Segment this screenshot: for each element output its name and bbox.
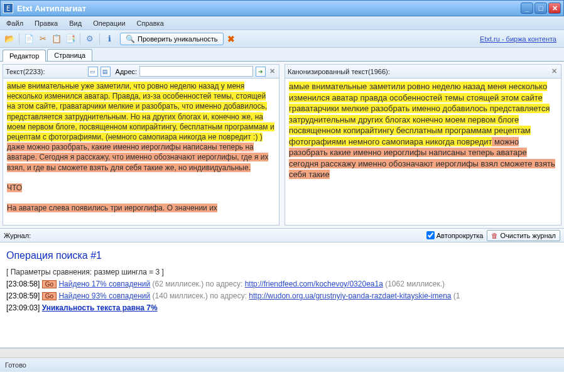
- info-icon[interactable]: ℹ: [104, 33, 115, 45]
- timestamp: [23:08:59]: [6, 291, 40, 300]
- horizontal-scrollbar[interactable]: [0, 348, 564, 358]
- status-text: Готово: [5, 361, 26, 369]
- go-button[interactable]: Go: [42, 280, 57, 288]
- highlight-orange: ЧТО: [7, 183, 22, 192]
- journal-label: Журнал:: [4, 232, 31, 239]
- right-pane-header: Канонизированный текст(1966): ✕: [285, 65, 561, 79]
- menubar: Файл Правка Вид Операции Справка: [0, 16, 564, 30]
- by-address: по адресу:: [208, 291, 249, 300]
- journal-uniqueness-row: [23:09:03] Уникальность текста равна 7%: [6, 302, 558, 314]
- highlight-orange: даже можно разобрать, какие именно иерог…: [7, 143, 268, 172]
- clear-journal-button[interactable]: 🗑 Очистить журнал: [487, 230, 560, 241]
- toolbar: 📂 📄 ✂ 📋 📑 ⚙ ℹ 🔍 Проверить уникальность ✖…: [0, 30, 564, 48]
- minimize-button[interactable]: _: [521, 3, 533, 14]
- copy-icon[interactable]: 📋: [51, 33, 62, 45]
- autoscroll-input[interactable]: [426, 231, 435, 239]
- duration: (62 миллисек.): [153, 280, 204, 288]
- source-text-area[interactable]: амые внимательные уже заметили, что ровн…: [3, 79, 279, 225]
- uniqueness-result: Уникальность текста равна 7%: [42, 303, 158, 312]
- left-pane-header: Текст(2233): ▭ ▤ Адрес: ➔ ✕: [3, 65, 279, 79]
- url-link[interactable]: http://wudon.org.ua/grustnyiy-panda-razd…: [249, 291, 451, 300]
- autoscroll-checkbox[interactable]: Автопрокрутка: [426, 231, 484, 239]
- close-pane-icon[interactable]: ✕: [550, 67, 558, 75]
- paste-icon[interactable]: 📑: [65, 33, 76, 45]
- canon-text-label: Канонизированный текст(1966):: [288, 68, 390, 75]
- highlight-orange: На аватаре слева появились три иероглифа…: [7, 204, 217, 212]
- separator: [80, 33, 80, 45]
- journal-header: Журнал: Автопрокрутка 🗑 Очистить журнал: [0, 229, 564, 242]
- canon-text-area[interactable]: амые внимательные заметили ровно неделю …: [285, 79, 561, 225]
- check-label: Проверить уникальность: [138, 35, 218, 43]
- operation-params: [ Параметры сравнения: размер шингла = 3…: [6, 266, 558, 278]
- highlight-yellow: амые внимательные уже заметили, что ровн…: [7, 82, 274, 141]
- go-button[interactable]: Go: [42, 292, 57, 300]
- view-mode-2-button[interactable]: ▤: [100, 67, 111, 77]
- address-label: Адрес:: [116, 68, 138, 75]
- new-icon[interactable]: 📄: [23, 33, 35, 45]
- left-pane: Текст(2233): ▭ ▤ Адрес: ➔ ✕ амые внимате…: [3, 64, 279, 226]
- url-link[interactable]: http://friendfeed.com/kochevoy/0320ea1a: [245, 280, 383, 288]
- clear-label: Очистить журнал: [500, 232, 556, 239]
- journal-row: [23:08:59] Go Найдено 93% совпадений (14…: [6, 290, 558, 302]
- menu-help[interactable]: Справка: [137, 19, 164, 27]
- menu-operations[interactable]: Операции: [93, 19, 125, 27]
- right-pane: Канонизированный текст(1966): ✕ амые вни…: [285, 64, 561, 226]
- tail-duration: (1062 миллисек.): [383, 280, 445, 288]
- separator: [19, 33, 19, 45]
- main-split: Текст(2233): ▭ ▤ Адрес: ➔ ✕ амые внимате…: [0, 62, 564, 229]
- window-controls: _ □ ✕: [521, 3, 561, 14]
- operation-title: Операция поиска #1: [6, 248, 558, 264]
- app-icon: E: [3, 3, 13, 13]
- cancel-check-icon[interactable]: ✖: [227, 34, 235, 44]
- duration: (140 миллисек.): [153, 291, 208, 300]
- settings-icon[interactable]: ⚙: [84, 33, 95, 45]
- tab-editor[interactable]: Редактор: [3, 50, 46, 62]
- titlebar: E Etxt Антиплагиат _ □ ✕: [0, 0, 564, 16]
- status-bar: Готово: [0, 358, 564, 372]
- clear-icon: 🗑: [491, 232, 498, 239]
- timestamp: [23:08:58]: [6, 280, 40, 288]
- go-address-button[interactable]: ➔: [256, 67, 266, 77]
- match-link[interactable]: Найдено 17% совпадений: [58, 280, 150, 288]
- close-button[interactable]: ✕: [548, 3, 561, 14]
- menu-view[interactable]: Вид: [69, 19, 82, 27]
- etxt-link[interactable]: Etxt.ru - биржа контента: [480, 35, 556, 43]
- tail-duration: (1: [452, 291, 460, 300]
- timestamp: [23:09:03]: [6, 303, 40, 312]
- menu-file[interactable]: Файл: [6, 19, 23, 27]
- maximize-button[interactable]: □: [534, 3, 547, 14]
- search-icon: 🔍: [126, 35, 135, 43]
- view-mode-1-button[interactable]: ▭: [88, 67, 98, 77]
- by-address: по адресу:: [203, 280, 245, 288]
- check-uniqueness-button[interactable]: 🔍 Проверить уникальность: [120, 33, 224, 45]
- tabs: Редактор Страница: [0, 48, 564, 62]
- close-pane-icon[interactable]: ✕: [268, 67, 276, 75]
- menu-edit[interactable]: Правка: [35, 19, 58, 27]
- match-link[interactable]: Найдено 93% совпадений: [58, 291, 150, 300]
- journal-body[interactable]: Операция поиска #1 [ Параметры сравнения…: [0, 242, 564, 348]
- window-title: Etxt Антиплагиат: [17, 4, 521, 13]
- autoscroll-label: Автопрокрутка: [437, 232, 484, 239]
- address-input[interactable]: [139, 66, 253, 77]
- open-icon[interactable]: 📂: [4, 33, 15, 45]
- text-count-label: Текст(2233):: [6, 68, 45, 75]
- tab-page[interactable]: Страница: [47, 49, 92, 61]
- journal-row: [23:08:58] Go Найдено 17% совпадений (62…: [6, 278, 558, 290]
- cut-icon[interactable]: ✂: [37, 33, 48, 45]
- separator: [99, 33, 100, 45]
